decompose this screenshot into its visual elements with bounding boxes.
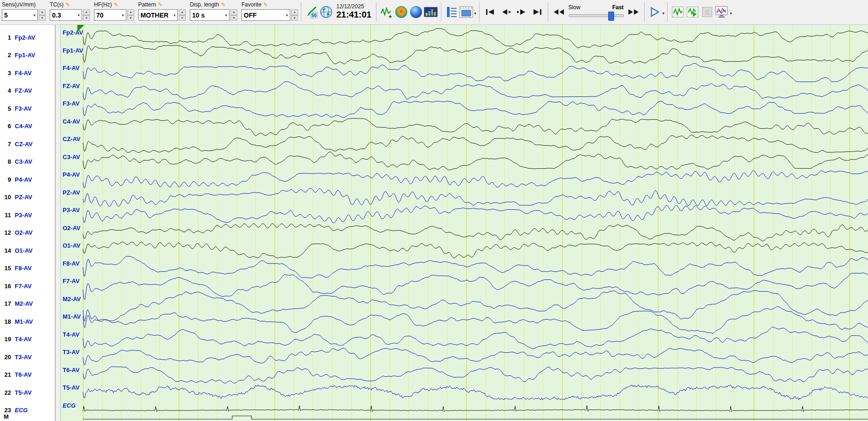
hf-spinner: ▲▼: [127, 9, 134, 21]
review-play-button[interactable]: [685, 5, 700, 19]
hf-label: HF(Hz): [94, 1, 112, 8]
pattern-combobox[interactable]: MOTHER▾: [138, 9, 178, 21]
sens-spin-up-button[interactable]: ▲: [39, 9, 46, 15]
favorite-spin-up-button[interactable]: ▲: [291, 9, 298, 15]
channel-number: 2: [0, 52, 12, 59]
map-globe-button[interactable]: [319, 5, 334, 19]
channel-number: 19: [0, 336, 12, 343]
globe-icon: [320, 6, 333, 18]
sens-combobox[interactable]: 5▾: [2, 9, 38, 21]
channel-label-Fp1-AV[interactable]: Fp1-AV: [15, 52, 35, 59]
channel-label-O2-AV[interactable]: O2-AV: [15, 229, 33, 236]
video-options-chevron-icon[interactable]: ▾: [474, 11, 476, 16]
pattern-control-row: MOTHER▾▲▼: [138, 9, 186, 21]
channel-label-C3-AV[interactable]: C3-AV: [15, 158, 32, 165]
speed-slider-handle[interactable]: [608, 12, 614, 21]
disp-length-spin-down-button[interactable]: ▼: [230, 15, 237, 21]
favorite-spin-down-button[interactable]: ▼: [291, 15, 298, 21]
goto-start-icon: [485, 8, 496, 16]
vertical-scrollbar[interactable]: [55, 25, 61, 421]
main-area: M 1Fp2-AV2Fp1-AV3F4-AV4FZ-AV5F3-AV6C4-AV…: [0, 25, 868, 421]
channel-label-PZ-AV[interactable]: PZ-AV: [15, 194, 32, 201]
channel-label-T6-AV[interactable]: T6-AV: [15, 371, 32, 378]
brain-map-button[interactable]: [394, 5, 409, 19]
channel-row-ECG: 23ECG: [0, 406, 55, 415]
channel-label-F8-AV[interactable]: F8-AV: [15, 265, 32, 272]
channel-label-M1-AV[interactable]: M1-AV: [15, 318, 33, 325]
annotation-list-button[interactable]: [444, 5, 459, 19]
review-wave-button[interactable]: [670, 5, 685, 19]
video-frame-button[interactable]: [459, 5, 474, 19]
trend-screen-button[interactable]: [423, 5, 438, 19]
tc-spin-up-button[interactable]: ▲: [83, 9, 90, 15]
channel-label-M2-AV[interactable]: M2-AV: [15, 300, 33, 307]
channel-number: 12: [0, 229, 12, 236]
pattern-edit-pencil-icon[interactable]: ✎: [158, 1, 163, 8]
monitor-settings-button[interactable]: [715, 5, 729, 19]
head-sphere-button[interactable]: [409, 5, 423, 19]
eeg-waveform-canvas[interactable]: [61, 25, 868, 421]
channel-label-F4-AV[interactable]: F4-AV: [15, 70, 32, 77]
chevron-down-icon: ▾: [122, 13, 124, 18]
channel-row-FZ-AV: 4FZ-AV: [0, 86, 55, 95]
channel-label-P3-AV[interactable]: P3-AV: [15, 212, 32, 219]
channel-row-F7-AV: 16F7-AV: [0, 281, 55, 291]
sens-spin-down-button[interactable]: ▼: [39, 15, 46, 21]
hf-spin-down-button[interactable]: ▼: [127, 15, 134, 21]
channel-label-F3-AV[interactable]: F3-AV: [15, 105, 32, 112]
channel-label-Fp2-AV[interactable]: Fp2-AV: [15, 34, 35, 41]
brain-map-icon: [395, 6, 407, 18]
channel-label-T4-AV[interactable]: T4-AV: [15, 336, 32, 343]
channel-label-FZ-AV[interactable]: FZ-AV: [15, 87, 32, 94]
play-options-chevron-icon[interactable]: ▾: [663, 11, 665, 16]
channel-number: 15: [0, 265, 12, 272]
toolbar-groups: Sens(uV/mm)5▾▲▼TC(s)✎0.3▾▲▼HF(Hz)✎70▾▲▼P…: [2, 1, 298, 21]
tc-combobox[interactable]: 0.3▾: [50, 9, 82, 21]
channel-number: 22: [0, 389, 12, 396]
step-back-button[interactable]: [498, 5, 514, 19]
channel-label-T3-AV[interactable]: T3-AV: [15, 354, 32, 361]
tc-spin-down-button[interactable]: ▼: [83, 15, 90, 21]
pattern-spin-down-button[interactable]: ▼: [179, 15, 186, 21]
favorite-combobox[interactable]: OFF▾: [241, 9, 290, 21]
disp-length-edit-pencil-icon[interactable]: ✎: [221, 1, 225, 8]
channel-label-F7-AV[interactable]: F7-AV: [15, 283, 32, 290]
play-button[interactable]: [647, 5, 662, 19]
channel-row-Fp1-AV: 2Fp1-AV: [0, 51, 55, 60]
fast-forward-button[interactable]: [626, 5, 641, 19]
channel-label-CZ-AV[interactable]: CZ-AV: [15, 141, 33, 148]
channel-label-P4-AV[interactable]: P4-AV: [15, 176, 32, 183]
tc-edit-pencil-icon[interactable]: ✎: [65, 1, 70, 8]
favorite-edit-pencil-icon[interactable]: ✎: [263, 1, 268, 8]
disp-length-spin-up-button[interactable]: ▲: [230, 9, 237, 15]
hf-label-row: HF(Hz)✎: [94, 1, 134, 8]
toolbar-group-hf: HF(Hz)✎70▾▲▼: [94, 1, 134, 21]
step-forward-button[interactable]: [514, 5, 529, 19]
channel-label-O1-AV[interactable]: O1-AV: [15, 247, 33, 254]
pattern-spin-up-button[interactable]: ▲: [179, 9, 186, 15]
settings-chevron-icon[interactable]: ▾: [730, 11, 732, 16]
disp-length-combobox[interactable]: 10 s▾: [190, 9, 229, 21]
favorite-spinner: ▲▼: [291, 9, 298, 21]
channel-number: 6: [0, 123, 12, 130]
hf-edit-pencil-icon[interactable]: ✎: [114, 1, 118, 8]
channel-label-T5-AV[interactable]: T5-AV: [15, 389, 32, 396]
channel-number: 16: [0, 283, 12, 290]
add-waveform-button[interactable]: [379, 5, 394, 19]
favorite-value: OFF: [244, 12, 257, 19]
channel-row-O1-AV: 14O1-AV: [0, 246, 55, 255]
favorite-label-row: Favorite✎: [241, 1, 298, 8]
channel-row-T3-AV: 20T3-AV: [0, 352, 55, 362]
disabled-tool-icon: ▯: [702, 7, 712, 17]
hf-spin-up-button[interactable]: ▲: [127, 9, 134, 15]
speed-slider-track[interactable]: [569, 14, 624, 17]
channel-label-C4-AV[interactable]: C4-AV: [15, 123, 32, 130]
fast-backward-button[interactable]: [551, 5, 567, 19]
channel-label-ECG[interactable]: ECG: [15, 407, 28, 414]
notch-filter-button[interactable]: 50: [304, 5, 319, 19]
chevron-down-icon: ▾: [33, 13, 35, 18]
hf-combobox[interactable]: 70▾: [94, 9, 126, 21]
chevron-down-icon: ▾: [77, 13, 80, 18]
goto-start-button[interactable]: [482, 5, 498, 19]
goto-end-button[interactable]: [529, 5, 545, 19]
